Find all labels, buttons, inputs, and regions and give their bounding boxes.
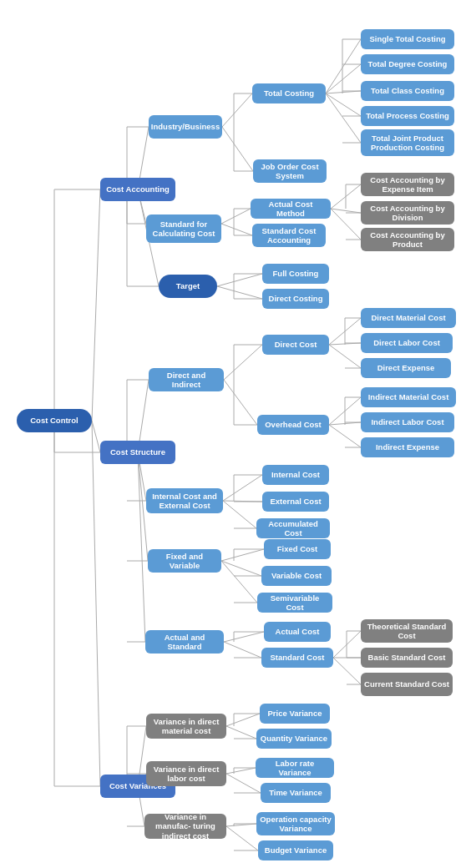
svg-line-0 xyxy=(92,189,100,421)
node-cost-structure: Cost Structure xyxy=(100,441,175,464)
node-standard-cost: Standard Cost xyxy=(261,648,333,668)
node-actual-standard: Actual and Standard xyxy=(145,630,224,654)
node-standard-cost-accounting: Standard Cost Accounting xyxy=(252,224,326,247)
svg-line-84 xyxy=(223,501,262,502)
svg-line-97 xyxy=(224,632,264,642)
svg-line-42 xyxy=(331,209,361,213)
svg-line-24 xyxy=(326,39,361,93)
node-direct-indirect: Direct and Indirect xyxy=(149,368,224,391)
svg-line-83 xyxy=(223,475,262,501)
svg-line-63 xyxy=(224,345,262,380)
node-total-class: Total Class Costing xyxy=(361,81,454,101)
svg-line-27 xyxy=(326,93,361,116)
svg-line-77 xyxy=(329,422,361,425)
node-quantity-variance: Quantity Variance xyxy=(256,729,332,749)
svg-line-104 xyxy=(333,658,361,684)
node-variance-direct-material: Variance in direct material cost xyxy=(146,714,226,739)
node-budget-variance: Budget Variance xyxy=(258,840,333,860)
svg-line-90 xyxy=(221,549,264,561)
node-total-degree: Total Degree Costing xyxy=(361,54,454,74)
svg-line-69 xyxy=(329,318,361,345)
svg-line-19 xyxy=(222,127,253,171)
svg-line-2 xyxy=(92,421,100,786)
node-total-process: Total Process Costing xyxy=(361,106,454,126)
node-total-joint: Total Joint Product Production Costing xyxy=(361,129,454,156)
node-time-variance: Time Variance xyxy=(261,783,331,803)
node-internal-cost: Internal Cost xyxy=(262,465,329,485)
svg-line-116 xyxy=(226,714,260,726)
node-basic-standard: Basic Standard Cost xyxy=(361,648,453,668)
node-semivariable-cost: Semivariable Cost xyxy=(257,593,332,613)
node-direct-material-cost: Direct Material Cost xyxy=(361,308,456,328)
node-overhead-cost: Overhead Cost xyxy=(257,415,329,435)
node-actual-cost: Actual Cost xyxy=(264,622,331,642)
svg-line-71 xyxy=(329,345,361,368)
node-standard-calc: Standard for Calculating Cost xyxy=(146,214,221,243)
node-indirect-labor: Indirect Labor Cost xyxy=(361,412,454,432)
svg-line-78 xyxy=(329,425,361,447)
node-target: Target xyxy=(159,275,217,298)
svg-line-126 xyxy=(226,824,256,826)
node-cost-accounting: Cost Accounting xyxy=(100,178,175,201)
node-ca-expense: Cost Accounting by Expense Item xyxy=(361,173,454,196)
svg-line-28 xyxy=(326,93,361,143)
node-fixed-variable: Fixed and Variable xyxy=(148,549,221,573)
svg-line-92 xyxy=(221,561,257,603)
svg-line-98 xyxy=(224,642,261,658)
svg-line-91 xyxy=(221,561,261,576)
svg-line-76 xyxy=(329,397,361,425)
node-direct-expense: Direct Expense xyxy=(361,358,451,378)
svg-line-1 xyxy=(92,421,100,452)
node-current-standard: Current Standard Cost xyxy=(361,673,453,696)
node-external-cost: External Cost xyxy=(262,492,329,512)
svg-line-102 xyxy=(333,631,361,658)
node-single-total: Single Total Costing xyxy=(361,29,454,49)
node-variable-cost: Variable Cost xyxy=(261,566,332,586)
svg-line-127 xyxy=(226,826,258,850)
node-full-costing: Full Costing xyxy=(262,264,329,284)
diagram-container: Cost Control Cost Accounting Cost Struct… xyxy=(0,0,466,868)
node-direct-labor-cost: Direct Labor Cost xyxy=(361,333,453,353)
node-variance-indirect: Variance in manufac- turing indirect cos… xyxy=(144,814,226,839)
node-internal-external: Internal Cost and External Cost xyxy=(146,488,223,513)
node-ca-division: Cost Accounting by Division xyxy=(361,201,454,225)
svg-line-49 xyxy=(217,286,262,299)
svg-line-35 xyxy=(221,209,251,224)
node-direct-costing: Direct Costing xyxy=(262,289,329,309)
node-theoretical-standard: Theoretical Standard Cost xyxy=(361,619,453,643)
node-job-order: Job Order Cost System xyxy=(253,159,327,183)
node-operation-capacity: Operation capacity Variance xyxy=(256,812,335,835)
node-variance-direct-labor: Variance in direct labor cost xyxy=(146,761,226,786)
node-ca-product: Cost Accounting by Product xyxy=(361,228,454,251)
svg-line-18 xyxy=(222,93,252,127)
node-fixed-cost: Fixed Cost xyxy=(264,539,331,559)
svg-line-64 xyxy=(224,380,257,425)
svg-line-43 xyxy=(331,209,361,240)
svg-line-41 xyxy=(331,184,361,209)
node-accumulated-cost: Accumulated Cost xyxy=(256,518,330,538)
svg-line-26 xyxy=(326,91,361,93)
svg-line-85 xyxy=(223,501,256,528)
node-indirect-material: Indirect Material Cost xyxy=(361,387,456,407)
svg-line-57 xyxy=(138,452,145,642)
node-price-variance: Price Variance xyxy=(260,704,330,724)
node-root: Cost Control xyxy=(17,409,92,432)
node-actual-cost-method: Actual Cost Method xyxy=(251,199,331,219)
node-labor-rate-variance: Labor rate Variance xyxy=(256,758,334,778)
svg-line-70 xyxy=(329,343,361,345)
svg-line-36 xyxy=(221,224,252,235)
node-total-costing: Total Costing xyxy=(252,83,326,103)
svg-line-48 xyxy=(217,274,262,286)
node-indirect-expense: Indirect Expense xyxy=(361,437,454,457)
svg-line-117 xyxy=(226,726,256,739)
node-direct-cost: Direct Cost xyxy=(262,335,329,355)
svg-line-25 xyxy=(326,64,361,93)
svg-line-122 xyxy=(226,774,261,793)
svg-line-121 xyxy=(226,768,256,774)
node-industry-business: Industry/Business xyxy=(149,115,222,139)
